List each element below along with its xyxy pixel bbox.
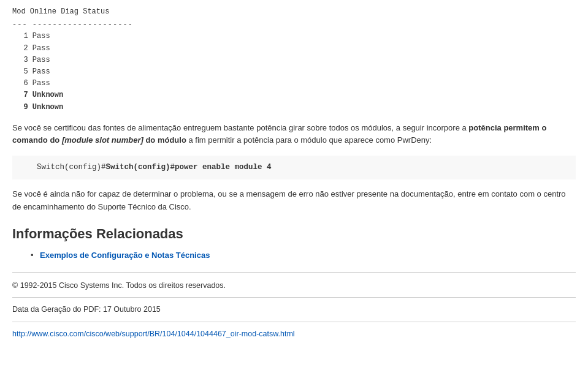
- footer: © 1992-2015 Cisco Systems Inc. Todos os …: [12, 279, 576, 341]
- table-header: Mod Online Diag Status: [12, 6, 576, 18]
- related-info-list: Exemplos de Configuração e Notas Técnica…: [12, 251, 576, 260]
- table-row-1: 1 Pass: [12, 31, 576, 42]
- copyright-text: © 1992-2015 Cisco Systems Inc. Todos os …: [12, 279, 576, 293]
- diag-status-table: Mod Online Diag Status --- -------------…: [12, 6, 576, 113]
- table-row-6: 6 Pass: [12, 78, 576, 89]
- paragraph-2: Se você é ainda não for capaz de determi…: [12, 188, 576, 214]
- footer-divider-2: [12, 322, 576, 322]
- config-examples-link[interactable]: Exemplos de Configuração e Notas Técnica…: [40, 251, 210, 260]
- table-row-7: 7 Unknown: [12, 89, 576, 101]
- table-row-9: 9 Unknown: [12, 102, 576, 113]
- date-generated: Data da Geração do PDF: 17 Outubro 2015: [12, 303, 576, 317]
- table-row-3: 3 Pass: [12, 55, 576, 66]
- footer-divider-top: [12, 272, 576, 273]
- command-block: Switch(config)#Switch(config)#power enab…: [12, 156, 576, 179]
- table-row-5: 5 Pass: [12, 66, 576, 78]
- table-divider: --- --------------------: [12, 19, 576, 31]
- footer-divider-1: [12, 297, 576, 298]
- table-row-2: 2 Pass: [12, 43, 576, 55]
- related-info-heading: Informações Relacionadas: [12, 226, 576, 242]
- list-item-config-examples[interactable]: Exemplos de Configuração e Notas Técnica…: [31, 251, 576, 260]
- footer-url-link[interactable]: http://www.cisco.com/cisco/web/support/B…: [12, 330, 295, 338]
- main-paragraph-1: Se você se certificou das fontes de alim…: [12, 122, 576, 148]
- footer-url-paragraph: http://www.cisco.com/cisco/web/support/B…: [12, 327, 576, 341]
